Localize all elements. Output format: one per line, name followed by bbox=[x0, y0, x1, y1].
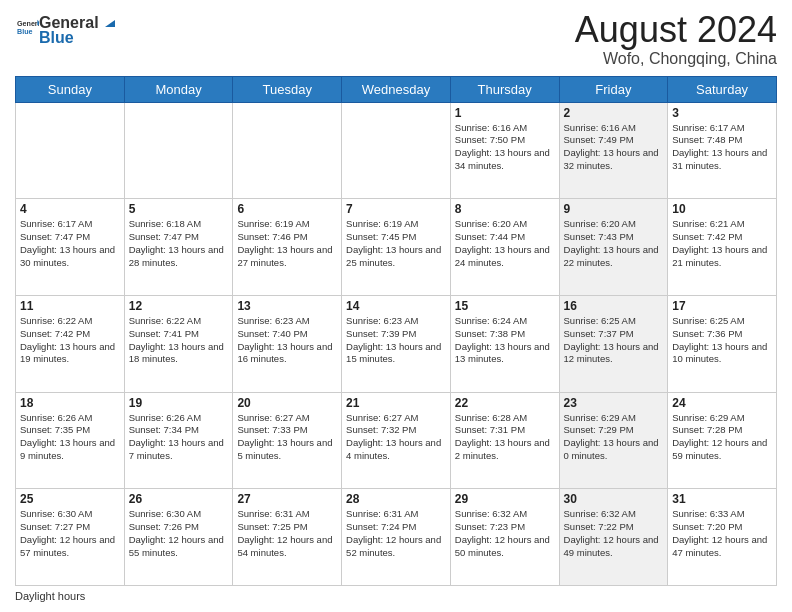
day-info: Sunrise: 6:30 AM Sunset: 7:27 PM Dayligh… bbox=[20, 508, 120, 559]
day-info: Sunrise: 6:27 AM Sunset: 7:32 PM Dayligh… bbox=[346, 412, 446, 463]
footer: Daylight hours bbox=[15, 590, 777, 602]
day-number: 19 bbox=[129, 396, 229, 410]
calendar-day-cell: 6Sunrise: 6:19 AM Sunset: 7:46 PM Daylig… bbox=[233, 199, 342, 296]
calendar-day-cell: 20Sunrise: 6:27 AM Sunset: 7:33 PM Dayli… bbox=[233, 392, 342, 489]
calendar-day-cell: 30Sunrise: 6:32 AM Sunset: 7:22 PM Dayli… bbox=[559, 489, 668, 586]
day-info: Sunrise: 6:20 AM Sunset: 7:43 PM Dayligh… bbox=[564, 218, 664, 269]
calendar-week-row: 1Sunrise: 6:16 AM Sunset: 7:50 PM Daylig… bbox=[16, 102, 777, 199]
day-info: Sunrise: 6:16 AM Sunset: 7:49 PM Dayligh… bbox=[564, 122, 664, 173]
calendar-day-cell bbox=[233, 102, 342, 199]
calendar-day-cell: 16Sunrise: 6:25 AM Sunset: 7:37 PM Dayli… bbox=[559, 295, 668, 392]
day-number: 25 bbox=[20, 492, 120, 506]
page: General Blue General Blue August 2024 Wo… bbox=[0, 0, 792, 612]
day-info: Sunrise: 6:19 AM Sunset: 7:45 PM Dayligh… bbox=[346, 218, 446, 269]
day-info: Sunrise: 6:31 AM Sunset: 7:25 PM Dayligh… bbox=[237, 508, 337, 559]
calendar-body: 1Sunrise: 6:16 AM Sunset: 7:50 PM Daylig… bbox=[16, 102, 777, 585]
day-number: 1 bbox=[455, 106, 555, 120]
calendar-day-cell: 22Sunrise: 6:28 AM Sunset: 7:31 PM Dayli… bbox=[450, 392, 559, 489]
calendar-day-cell: 13Sunrise: 6:23 AM Sunset: 7:40 PM Dayli… bbox=[233, 295, 342, 392]
day-info: Sunrise: 6:26 AM Sunset: 7:35 PM Dayligh… bbox=[20, 412, 120, 463]
logo-text: General Blue bbox=[15, 19, 39, 43]
day-number: 2 bbox=[564, 106, 664, 120]
calendar-day-cell: 26Sunrise: 6:30 AM Sunset: 7:26 PM Dayli… bbox=[124, 489, 233, 586]
day-number: 11 bbox=[20, 299, 120, 313]
day-number: 23 bbox=[564, 396, 664, 410]
calendar-day-cell: 25Sunrise: 6:30 AM Sunset: 7:27 PM Dayli… bbox=[16, 489, 125, 586]
calendar-dow-monday: Monday bbox=[124, 76, 233, 102]
svg-marker-3 bbox=[105, 20, 115, 27]
calendar-day-cell: 23Sunrise: 6:29 AM Sunset: 7:29 PM Dayli… bbox=[559, 392, 668, 489]
svg-text:General: General bbox=[17, 20, 39, 28]
calendar-day-cell: 11Sunrise: 6:22 AM Sunset: 7:42 PM Dayli… bbox=[16, 295, 125, 392]
calendar-day-cell: 14Sunrise: 6:23 AM Sunset: 7:39 PM Dayli… bbox=[342, 295, 451, 392]
day-info: Sunrise: 6:28 AM Sunset: 7:31 PM Dayligh… bbox=[455, 412, 555, 463]
calendar-dow-friday: Friday bbox=[559, 76, 668, 102]
day-info: Sunrise: 6:20 AM Sunset: 7:44 PM Dayligh… bbox=[455, 218, 555, 269]
logo-wordmark: General Blue bbox=[39, 14, 119, 48]
day-info: Sunrise: 6:29 AM Sunset: 7:28 PM Dayligh… bbox=[672, 412, 772, 463]
calendar-header-row: SundayMondayTuesdayWednesdayThursdayFrid… bbox=[16, 76, 777, 102]
calendar-day-cell: 27Sunrise: 6:31 AM Sunset: 7:25 PM Dayli… bbox=[233, 489, 342, 586]
day-info: Sunrise: 6:18 AM Sunset: 7:47 PM Dayligh… bbox=[129, 218, 229, 269]
calendar-day-cell bbox=[342, 102, 451, 199]
day-number: 21 bbox=[346, 396, 446, 410]
day-info: Sunrise: 6:16 AM Sunset: 7:50 PM Dayligh… bbox=[455, 122, 555, 173]
calendar-day-cell: 7Sunrise: 6:19 AM Sunset: 7:45 PM Daylig… bbox=[342, 199, 451, 296]
calendar-day-cell: 2Sunrise: 6:16 AM Sunset: 7:49 PM Daylig… bbox=[559, 102, 668, 199]
calendar-day-cell: 10Sunrise: 6:21 AM Sunset: 7:42 PM Dayli… bbox=[668, 199, 777, 296]
day-info: Sunrise: 6:22 AM Sunset: 7:42 PM Dayligh… bbox=[20, 315, 120, 366]
day-info: Sunrise: 6:25 AM Sunset: 7:37 PM Dayligh… bbox=[564, 315, 664, 366]
day-number: 26 bbox=[129, 492, 229, 506]
day-number: 15 bbox=[455, 299, 555, 313]
day-number: 20 bbox=[237, 396, 337, 410]
calendar-day-cell bbox=[16, 102, 125, 199]
calendar-day-cell: 19Sunrise: 6:26 AM Sunset: 7:34 PM Dayli… bbox=[124, 392, 233, 489]
day-info: Sunrise: 6:23 AM Sunset: 7:40 PM Dayligh… bbox=[237, 315, 337, 366]
calendar-dow-wednesday: Wednesday bbox=[342, 76, 451, 102]
day-number: 3 bbox=[672, 106, 772, 120]
day-number: 13 bbox=[237, 299, 337, 313]
day-number: 10 bbox=[672, 202, 772, 216]
footer-text: Daylight hours bbox=[15, 590, 85, 602]
day-number: 8 bbox=[455, 202, 555, 216]
calendar-day-cell: 18Sunrise: 6:26 AM Sunset: 7:35 PM Dayli… bbox=[16, 392, 125, 489]
calendar-dow-saturday: Saturday bbox=[668, 76, 777, 102]
day-number: 6 bbox=[237, 202, 337, 216]
day-info: Sunrise: 6:17 AM Sunset: 7:48 PM Dayligh… bbox=[672, 122, 772, 173]
calendar-dow-tuesday: Tuesday bbox=[233, 76, 342, 102]
day-number: 30 bbox=[564, 492, 664, 506]
calendar-table: SundayMondayTuesdayWednesdayThursdayFrid… bbox=[15, 76, 777, 586]
calendar-day-cell: 9Sunrise: 6:20 AM Sunset: 7:43 PM Daylig… bbox=[559, 199, 668, 296]
calendar-day-cell: 28Sunrise: 6:31 AM Sunset: 7:24 PM Dayli… bbox=[342, 489, 451, 586]
day-number: 31 bbox=[672, 492, 772, 506]
day-info: Sunrise: 6:25 AM Sunset: 7:36 PM Dayligh… bbox=[672, 315, 772, 366]
day-number: 7 bbox=[346, 202, 446, 216]
calendar-week-row: 11Sunrise: 6:22 AM Sunset: 7:42 PM Dayli… bbox=[16, 295, 777, 392]
logo-icon: General Blue bbox=[17, 17, 39, 39]
calendar-week-row: 4Sunrise: 6:17 AM Sunset: 7:47 PM Daylig… bbox=[16, 199, 777, 296]
day-info: Sunrise: 6:29 AM Sunset: 7:29 PM Dayligh… bbox=[564, 412, 664, 463]
day-number: 14 bbox=[346, 299, 446, 313]
calendar-day-cell bbox=[124, 102, 233, 199]
day-info: Sunrise: 6:31 AM Sunset: 7:24 PM Dayligh… bbox=[346, 508, 446, 559]
header: General Blue General Blue August 2024 Wo… bbox=[15, 10, 777, 68]
calendar-day-cell: 31Sunrise: 6:33 AM Sunset: 7:20 PM Dayli… bbox=[668, 489, 777, 586]
day-number: 29 bbox=[455, 492, 555, 506]
day-number: 22 bbox=[455, 396, 555, 410]
day-info: Sunrise: 6:17 AM Sunset: 7:47 PM Dayligh… bbox=[20, 218, 120, 269]
day-number: 18 bbox=[20, 396, 120, 410]
day-info: Sunrise: 6:32 AM Sunset: 7:22 PM Dayligh… bbox=[564, 508, 664, 559]
day-info: Sunrise: 6:26 AM Sunset: 7:34 PM Dayligh… bbox=[129, 412, 229, 463]
day-number: 28 bbox=[346, 492, 446, 506]
day-number: 16 bbox=[564, 299, 664, 313]
calendar-day-cell: 24Sunrise: 6:29 AM Sunset: 7:28 PM Dayli… bbox=[668, 392, 777, 489]
day-info: Sunrise: 6:19 AM Sunset: 7:46 PM Dayligh… bbox=[237, 218, 337, 269]
day-info: Sunrise: 6:30 AM Sunset: 7:26 PM Dayligh… bbox=[129, 508, 229, 559]
calendar-day-cell: 4Sunrise: 6:17 AM Sunset: 7:47 PM Daylig… bbox=[16, 199, 125, 296]
day-number: 5 bbox=[129, 202, 229, 216]
day-info: Sunrise: 6:27 AM Sunset: 7:33 PM Dayligh… bbox=[237, 412, 337, 463]
calendar-week-row: 25Sunrise: 6:30 AM Sunset: 7:27 PM Dayli… bbox=[16, 489, 777, 586]
day-number: 17 bbox=[672, 299, 772, 313]
svg-text:Blue: Blue bbox=[17, 27, 33, 35]
calendar-day-cell: 21Sunrise: 6:27 AM Sunset: 7:32 PM Dayli… bbox=[342, 392, 451, 489]
